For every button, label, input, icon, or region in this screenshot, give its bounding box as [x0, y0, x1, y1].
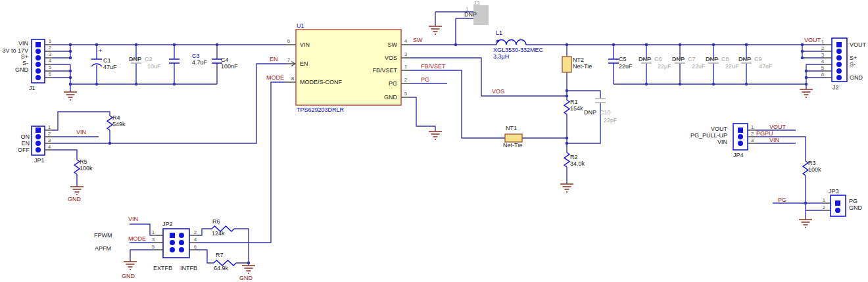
r4-resistor: [107, 116, 112, 130]
c4-refdes: C4: [221, 57, 229, 63]
u1-gnd-wire: [411, 97, 435, 131]
c7-value: 22uF: [692, 63, 706, 70]
component-symbols[interactable]: [74, 40, 808, 266]
jp2-label-fpwm: FPWM: [94, 232, 112, 239]
c8-dnp-flag: DNP: [706, 56, 718, 62]
c3-refdes: C3: [192, 53, 200, 59]
net-label-fbvset: FB/VSET: [421, 63, 446, 70]
jp3-label-pg: PG: [849, 198, 857, 204]
jp2-pin-3: 3: [150, 237, 157, 243]
c8-refdes: C8: [721, 56, 729, 62]
net-label-vin-jp2: VIN: [128, 216, 138, 222]
jp2-connector-body: [163, 229, 189, 258]
c2-dnp-flag: DNP: [129, 56, 141, 62]
j1-label-sminus: S-: [13, 60, 28, 66]
c9-refdes: C9: [754, 56, 762, 62]
jp1-pin-3: 3: [46, 137, 53, 144]
jp1-pin-1: 1: [46, 124, 53, 131]
nt2-net-tie-body[interactable]: [562, 57, 571, 72]
connector-pins: [36, 42, 842, 252]
net-label-pg-u1: PG: [421, 76, 429, 83]
net-label-vin-jp4: VIN: [769, 137, 779, 143]
u1-pin-num-fbvset: 1: [402, 64, 409, 70]
nt2-value: Net-Tie: [573, 63, 592, 70]
c10-capacitor-dnp: [595, 99, 606, 103]
c1-value: 47uF: [103, 64, 117, 70]
nt1-refdes: NT1: [506, 125, 517, 131]
jp2-label-extfb: EXTFB: [153, 265, 172, 271]
net-label-vout-j2: VOUT: [804, 37, 821, 43]
r2-resistor: [564, 153, 569, 167]
output-gnd-rail-wire: [614, 84, 806, 89]
c6-refdes: C6: [654, 56, 662, 62]
c5-refdes: C5: [619, 56, 627, 62]
c7-dnp-flag: DNP: [672, 56, 685, 62]
gnd-icon-jp2-left: [124, 262, 137, 270]
j2-label-gnd: GND: [850, 74, 863, 81]
net-label-gnd-jp2-left: GND: [122, 273, 135, 279]
jp2-left-wires: [130, 224, 153, 262]
jp1-pin-2: 2: [46, 131, 53, 137]
fb-vset-wire: [411, 70, 567, 138]
j2-label-splus: S+: [850, 55, 857, 61]
j2-label-sminus: S-: [850, 61, 856, 68]
net-label-mode-jp2: MODE: [128, 235, 146, 242]
c3-capacitor: [169, 59, 180, 63]
mode-net-wire: [197, 82, 286, 243]
net-label-gnd-jp2-right: GND: [239, 275, 253, 281]
u1-pin-num-sw: 4: [402, 38, 409, 45]
gnd-icon-jp1: [70, 187, 84, 195]
net-label-en: EN: [270, 56, 278, 62]
r1-value: 154k: [570, 105, 583, 112]
j1-pin-4: 4: [47, 58, 53, 64]
c10-value: 22pF: [604, 117, 617, 124]
gnd-icon-u1: [429, 131, 442, 139]
c2-refdes: C2: [145, 56, 153, 62]
jp2-pin-5: 5: [150, 244, 157, 250]
jp1-label-on: ON: [17, 133, 30, 140]
j2-label-vout: VOUT: [850, 41, 866, 48]
u1-pin-num-gnd: 5: [402, 91, 409, 97]
jp2-pin-1: 1: [150, 229, 157, 236]
r1-refdes: R1: [570, 99, 578, 105]
j1-label-gnd: GND: [13, 66, 28, 73]
j3-dnp-flag: DNP: [464, 11, 477, 18]
r3-refdes: R3: [808, 160, 816, 166]
jp4-pin-1: 1: [749, 124, 756, 131]
l1-inductor: [496, 40, 526, 45]
u1-pin-name-pg: PG: [366, 80, 397, 87]
j1-pin-6: 6: [47, 71, 53, 78]
r4-refdes: R4: [112, 114, 120, 121]
u1-pin-name-vin: VIN: [300, 41, 310, 48]
r6-value: 124k: [212, 230, 225, 237]
c9-dnp-flag: DNP: [738, 56, 751, 62]
net-label-mode-u1: MODE: [266, 74, 284, 81]
r5-value: 100k: [80, 165, 93, 172]
c6-dnp-flag: DNP: [639, 56, 651, 62]
net-label-sw: SW: [413, 37, 423, 43]
jp4-pin-2: 2: [749, 131, 756, 137]
jp2-pin-4: 4: [192, 237, 199, 243]
nt1-net-tie-body[interactable]: [505, 134, 522, 142]
gnd-icon-j1: [64, 92, 77, 100]
l1-refdes: L1: [496, 30, 502, 36]
c10-refdes: C10: [600, 109, 611, 116]
u1-pin-num-vos: 3: [402, 51, 409, 58]
c5-value: 22uF: [619, 63, 633, 70]
u1-partnumber: TPS629203DRLR: [297, 106, 344, 113]
nt2-refdes: NT2: [573, 57, 584, 63]
jp1-refdes: JP1: [34, 157, 45, 164]
connector-bodies[interactable]: [32, 38, 847, 258]
j1-label-vin: VIN: [13, 40, 28, 47]
j2-pin-5: 5: [819, 65, 826, 72]
c7-refdes: C7: [688, 56, 696, 62]
j1-pin-5: 5: [47, 64, 53, 71]
r5-branch-wire: [53, 150, 77, 187]
r5-refdes: R5: [80, 158, 87, 165]
jp4-label-pgpullup: PG_PULL-UP: [681, 132, 727, 139]
en-net-wire: [53, 64, 286, 143]
net-label-vin-jp1: VIN: [76, 129, 86, 135]
j1-label-splus: S+: [13, 53, 28, 60]
u1-pin-name-vos: VOS: [366, 55, 397, 61]
r7-refdes: R7: [216, 252, 224, 258]
